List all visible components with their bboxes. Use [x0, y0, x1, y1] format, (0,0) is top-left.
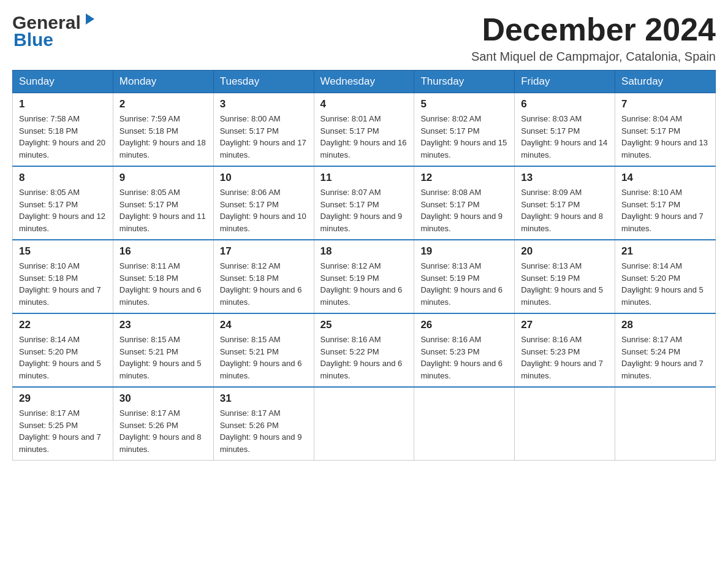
- calendar-cell: 2 Sunrise: 7:59 AMSunset: 5:18 PMDayligh…: [113, 93, 213, 167]
- title-block: December 2024 Sant Miquel de Campmajor, …: [471, 12, 716, 64]
- weekday-header-tuesday: Tuesday: [213, 71, 314, 93]
- calendar-cell: 7 Sunrise: 8:04 AMSunset: 5:17 PMDayligh…: [615, 93, 716, 167]
- calendar-cell: 1 Sunrise: 7:58 AMSunset: 5:18 PMDayligh…: [13, 93, 113, 167]
- day-number: 5: [420, 98, 508, 110]
- day-info: Sunrise: 8:00 AMSunset: 5:17 PMDaylight:…: [220, 113, 308, 161]
- day-number: 31: [220, 393, 308, 405]
- calendar-cell: 21 Sunrise: 8:14 AMSunset: 5:20 PMDaylig…: [615, 240, 716, 313]
- day-info: Sunrise: 8:01 AMSunset: 5:17 PMDaylight:…: [320, 113, 408, 161]
- weekday-header-saturday: Saturday: [615, 71, 716, 93]
- day-number: 18: [320, 245, 408, 258]
- svg-marker-0: [86, 13, 94, 25]
- calendar-cell: [314, 387, 414, 461]
- calendar-cell: 18 Sunrise: 8:12 AMSunset: 5:19 PMDaylig…: [314, 240, 414, 313]
- calendar-title: December 2024: [471, 12, 716, 47]
- day-number: 29: [19, 393, 107, 405]
- day-number: 19: [420, 245, 508, 258]
- day-info: Sunrise: 8:04 AMSunset: 5:17 PMDaylight:…: [621, 113, 709, 161]
- day-number: 4: [320, 98, 408, 110]
- day-number: 21: [621, 245, 709, 258]
- calendar-cell: 11 Sunrise: 8:07 AMSunset: 5:17 PMDaylig…: [314, 166, 414, 240]
- day-info: Sunrise: 8:05 AMSunset: 5:17 PMDaylight:…: [19, 186, 107, 234]
- day-number: 1: [19, 98, 107, 110]
- day-number: 2: [119, 98, 207, 110]
- logo: General Blue: [12, 12, 97, 50]
- calendar-cell: 27 Sunrise: 8:16 AMSunset: 5:23 PMDaylig…: [515, 313, 615, 387]
- calendar-week-row: 1 Sunrise: 7:58 AMSunset: 5:18 PMDayligh…: [13, 93, 716, 167]
- day-info: Sunrise: 8:05 AMSunset: 5:17 PMDaylight:…: [119, 186, 207, 234]
- day-info: Sunrise: 8:07 AMSunset: 5:17 PMDaylight:…: [320, 186, 408, 234]
- calendar-cell: [615, 387, 716, 461]
- day-info: Sunrise: 7:58 AMSunset: 5:18 PMDaylight:…: [19, 113, 107, 161]
- day-info: Sunrise: 8:15 AMSunset: 5:21 PMDaylight:…: [119, 334, 207, 381]
- calendar-cell: 14 Sunrise: 8:10 AMSunset: 5:17 PMDaylig…: [615, 166, 716, 240]
- calendar-cell: 8 Sunrise: 8:05 AMSunset: 5:17 PMDayligh…: [13, 166, 113, 240]
- day-number: 3: [220, 98, 308, 110]
- day-number: 17: [220, 245, 308, 258]
- day-number: 13: [521, 172, 609, 184]
- calendar-cell: [515, 387, 615, 461]
- day-number: 9: [119, 172, 207, 184]
- day-info: Sunrise: 8:06 AMSunset: 5:17 PMDaylight:…: [220, 186, 308, 234]
- day-number: 20: [521, 245, 609, 258]
- weekday-header-thursday: Thursday: [414, 71, 515, 93]
- day-number: 6: [521, 98, 609, 110]
- calendar-cell: 24 Sunrise: 8:15 AMSunset: 5:21 PMDaylig…: [213, 313, 314, 387]
- day-number: 28: [621, 319, 709, 331]
- weekday-header-wednesday: Wednesday: [314, 71, 414, 93]
- day-info: Sunrise: 8:17 AMSunset: 5:25 PMDaylight:…: [19, 407, 107, 455]
- day-number: 14: [621, 172, 709, 184]
- day-info: Sunrise: 8:02 AMSunset: 5:17 PMDaylight:…: [420, 113, 508, 161]
- day-number: 30: [119, 393, 207, 405]
- calendar-cell: 17 Sunrise: 8:12 AMSunset: 5:18 PMDaylig…: [213, 240, 314, 313]
- calendar-cell: 15 Sunrise: 8:10 AMSunset: 5:18 PMDaylig…: [13, 240, 113, 313]
- day-info: Sunrise: 8:16 AMSunset: 5:23 PMDaylight:…: [521, 334, 609, 381]
- calendar-cell: 28 Sunrise: 8:17 AMSunset: 5:24 PMDaylig…: [615, 313, 716, 387]
- day-info: Sunrise: 8:16 AMSunset: 5:23 PMDaylight:…: [420, 334, 508, 381]
- logo-blue-text: Blue: [12, 29, 97, 50]
- weekday-header-monday: Monday: [113, 71, 213, 93]
- day-info: Sunrise: 8:17 AMSunset: 5:24 PMDaylight:…: [621, 334, 709, 381]
- calendar-cell: 29 Sunrise: 8:17 AMSunset: 5:25 PMDaylig…: [13, 387, 113, 461]
- calendar-cell: 13 Sunrise: 8:09 AMSunset: 5:17 PMDaylig…: [515, 166, 615, 240]
- calendar-cell: 26 Sunrise: 8:16 AMSunset: 5:23 PMDaylig…: [414, 313, 515, 387]
- day-info: Sunrise: 7:59 AMSunset: 5:18 PMDaylight:…: [119, 113, 207, 161]
- day-info: Sunrise: 8:17 AMSunset: 5:26 PMDaylight:…: [220, 407, 308, 455]
- day-info: Sunrise: 8:08 AMSunset: 5:17 PMDaylight:…: [420, 186, 508, 234]
- calendar-cell: [414, 387, 515, 461]
- calendar-cell: 25 Sunrise: 8:16 AMSunset: 5:22 PMDaylig…: [314, 313, 414, 387]
- calendar-cell: 22 Sunrise: 8:14 AMSunset: 5:20 PMDaylig…: [13, 313, 113, 387]
- calendar-cell: 3 Sunrise: 8:00 AMSunset: 5:17 PMDayligh…: [213, 93, 314, 167]
- day-info: Sunrise: 8:10 AMSunset: 5:17 PMDaylight:…: [621, 186, 709, 234]
- day-info: Sunrise: 8:14 AMSunset: 5:20 PMDaylight:…: [621, 260, 709, 308]
- calendar-week-row: 29 Sunrise: 8:17 AMSunset: 5:25 PMDaylig…: [13, 387, 716, 461]
- day-info: Sunrise: 8:11 AMSunset: 5:18 PMDaylight:…: [119, 260, 207, 308]
- calendar-cell: 19 Sunrise: 8:13 AMSunset: 5:19 PMDaylig…: [414, 240, 515, 313]
- calendar-cell: 16 Sunrise: 8:11 AMSunset: 5:18 PMDaylig…: [113, 240, 213, 313]
- day-number: 16: [119, 245, 207, 258]
- calendar-cell: 6 Sunrise: 8:03 AMSunset: 5:17 PMDayligh…: [515, 93, 615, 167]
- calendar-cell: 9 Sunrise: 8:05 AMSunset: 5:17 PMDayligh…: [113, 166, 213, 240]
- calendar-week-row: 15 Sunrise: 8:10 AMSunset: 5:18 PMDaylig…: [13, 240, 716, 313]
- day-number: 24: [220, 319, 308, 331]
- weekday-header-row: SundayMondayTuesdayWednesdayThursdayFrid…: [13, 71, 716, 93]
- weekday-header-sunday: Sunday: [13, 71, 113, 93]
- day-info: Sunrise: 8:10 AMSunset: 5:18 PMDaylight:…: [19, 260, 107, 308]
- calendar-cell: 23 Sunrise: 8:15 AMSunset: 5:21 PMDaylig…: [113, 313, 213, 387]
- day-info: Sunrise: 8:15 AMSunset: 5:21 PMDaylight:…: [220, 334, 308, 381]
- day-number: 27: [521, 319, 609, 331]
- calendar-cell: 20 Sunrise: 8:13 AMSunset: 5:19 PMDaylig…: [515, 240, 615, 313]
- calendar-week-row: 8 Sunrise: 8:05 AMSunset: 5:17 PMDayligh…: [13, 166, 716, 240]
- calendar-cell: 12 Sunrise: 8:08 AMSunset: 5:17 PMDaylig…: [414, 166, 515, 240]
- calendar-cell: 30 Sunrise: 8:17 AMSunset: 5:26 PMDaylig…: [113, 387, 213, 461]
- day-info: Sunrise: 8:12 AMSunset: 5:19 PMDaylight:…: [320, 260, 408, 308]
- day-info: Sunrise: 8:16 AMSunset: 5:22 PMDaylight:…: [320, 334, 408, 381]
- calendar-cell: 10 Sunrise: 8:06 AMSunset: 5:17 PMDaylig…: [213, 166, 314, 240]
- day-number: 10: [220, 172, 308, 184]
- day-number: 8: [19, 172, 107, 184]
- day-info: Sunrise: 8:13 AMSunset: 5:19 PMDaylight:…: [521, 260, 609, 308]
- page-header: General Blue December 2024 Sant Miquel d…: [12, 12, 716, 64]
- day-info: Sunrise: 8:14 AMSunset: 5:20 PMDaylight:…: [19, 334, 107, 381]
- calendar-cell: 31 Sunrise: 8:17 AMSunset: 5:26 PMDaylig…: [213, 387, 314, 461]
- day-number: 12: [420, 172, 508, 184]
